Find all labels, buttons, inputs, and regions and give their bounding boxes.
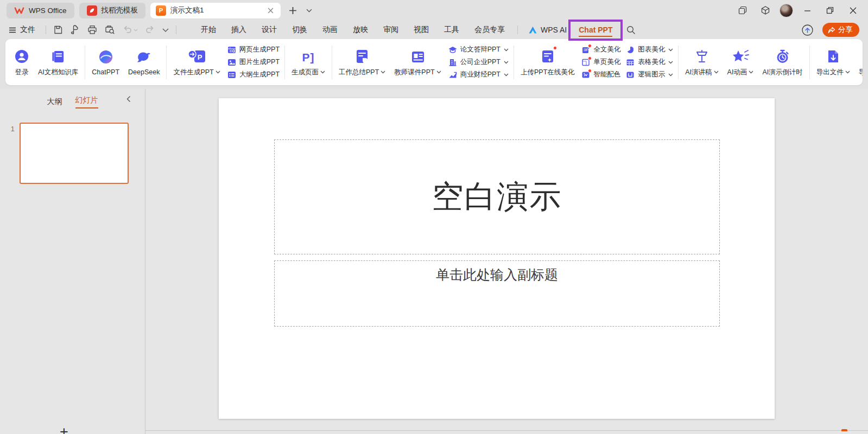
red-dot-badge [588,69,592,73]
work-summary-ppt-button[interactable]: 工作总结PPT [336,47,388,78]
cloud-upload-icon[interactable] [801,24,814,36]
upload-ppt-beautify-button[interactable]: 上传PPT在线美化 [518,47,577,78]
print-preview-button[interactable] [105,25,115,35]
ai-speech-button[interactable]: AI演讲稿 [682,47,721,78]
tab-home[interactable]: 开始 [193,22,224,37]
thesis-defense-ppt-button[interactable]: 论文答辩PPT [448,45,509,55]
chart-beautify-button[interactable]: 图表美化 [626,45,673,55]
multi-window-icon[interactable] [734,2,751,18]
slide-panel-tabs: 大纲 幻灯片 [0,89,145,108]
file-menu[interactable]: 文件 [9,25,35,35]
table-beautify-button[interactable]: 表格美化 [626,58,673,67]
group-generate-page: P] 生成页面 [285,47,332,78]
teacher-courseware-label: 教师课件PPT [394,68,441,77]
subtitle-placeholder[interactable]: 单击此处输入副标题 [274,260,720,327]
tab-wps-ai[interactable]: WPS AI [523,23,572,37]
work-summary-icon [355,48,369,64]
restore-button[interactable] [821,2,839,18]
single-page-beautify-button[interactable]: 单页美化 [581,58,620,67]
ribbon-tabs: 开始 插入 设计 切换 动画 放映 审阅 视图 工具 会员专享 [193,22,512,37]
editing-canvas: 空白演示 单击此处输入副标题 [145,89,868,434]
add-slide-button[interactable]: + [60,425,68,434]
presentation-file-icon: P [156,5,166,16]
tab-chat-ppt[interactable]: Chat PPT [572,23,619,36]
share-button[interactable]: 分享 [822,23,859,37]
generate-page-button[interactable]: P] 生成页面 [289,47,328,78]
new-tab-button[interactable] [286,3,300,17]
export-file-button[interactable]: 导出文件 [814,47,853,78]
redo-button[interactable] [145,25,155,34]
user-avatar[interactable] [780,4,793,17]
ai-doc-library-button[interactable]: AI文档知识库 [35,47,81,78]
title-placeholder[interactable]: 空白演示 [274,139,720,254]
business-finance-ppt-button[interactable]: 商业财经PPT [448,70,509,80]
customize-toolbar-chevron-icon[interactable] [162,28,169,32]
login-button[interactable]: 登录 [11,47,32,78]
stopwatch-icon [775,48,790,64]
chatppt-button[interactable]: ChatPPT [89,47,122,77]
web-to-ppt-label: 网页生成PPT [239,45,280,54]
logic-diagram-button[interactable]: 逻辑图示 [626,70,673,80]
generate-page-label: 生成页面 [292,68,325,77]
pie-chart-icon [626,46,635,54]
tab-view[interactable]: 视图 [406,22,436,37]
red-dot-badge [588,56,592,60]
outline-to-ppt-button[interactable]: 大纲生成PPT [227,70,280,80]
chevron-down-icon [845,71,850,74]
tab-animation[interactable]: 动画 [315,22,345,37]
file-to-ppt-button[interactable]: P 文件生成PPT [170,47,223,78]
group-ai-assistants: ChatPPT DeepSeek [85,47,166,77]
print-button[interactable] [87,25,97,35]
tab-insert[interactable]: 插入 [224,22,254,37]
graduation-cap-icon [448,46,457,54]
tab-design[interactable]: 设计 [254,22,284,37]
smart-color-button[interactable]: 智能配色 [581,70,620,80]
group-account: 登录 AI文档知识库 [8,47,85,78]
deepseek-label: DeepSeek [128,68,160,76]
slide-canvas[interactable]: 空白演示 单击此处输入副标题 [219,98,775,419]
company-enterprise-ppt-button[interactable]: 公司企业PPT [448,58,509,67]
web-to-ppt-button[interactable]: 网页生成PPT [227,45,280,55]
chevron-down-icon [504,73,509,76]
output-pdf-button[interactable] [71,25,80,35]
business-finance-label: 商业财经PPT [460,70,500,79]
tab-list-chevron-icon[interactable] [302,3,316,17]
ai-animation-button[interactable]: AI动画 [725,47,757,78]
collapse-panel-chevron-icon[interactable] [126,95,131,103]
tab-transition[interactable]: 切换 [284,22,315,37]
tab-tools[interactable]: 工具 [436,22,467,37]
tab-slideshow[interactable]: 放映 [345,22,376,37]
cube-icon[interactable] [757,2,774,18]
chevron-down-icon [320,71,325,74]
subtitle-prompt-text: 单击此处输入副标题 [436,266,558,326]
tab-docer-templates[interactable]: 找稻壳模板 [79,3,146,18]
undo-button[interactable] [123,25,138,34]
close-tab-icon[interactable] [265,5,275,15]
close-window-button[interactable] [844,2,861,18]
tab-outline-view[interactable]: 大纲 [47,97,62,107]
file-to-ppt-icon: P [188,48,206,64]
teacher-courseware-ppt-button[interactable]: 教师课件PPT [391,47,443,78]
minimize-button[interactable] [799,2,816,18]
tab-slides-view[interactable]: 幻灯片 [75,95,98,108]
slide-thumbnail[interactable] [20,123,129,184]
full-text-beautify-label: 全文美化 [593,45,620,54]
ai-countdown-button[interactable]: AI演示倒计时 [759,47,805,78]
deepseek-button[interactable]: DeepSeek [125,47,162,77]
tab-member[interactable]: 会员专享 [467,22,512,37]
tab-review[interactable]: 审阅 [376,22,406,37]
save-button[interactable] [53,25,63,35]
slide-title: 空白演示 [432,176,562,218]
tab-wps-office[interactable]: WPS Office [7,3,74,18]
notes-splitter[interactable] [145,430,868,431]
workspace: 大纲 幻灯片 1 + 空白演示 单击此处输入副标题 [0,89,868,434]
full-text-beautify-button[interactable]: 全文美化 [581,45,620,55]
chevron-down-icon [216,71,220,74]
search-icon[interactable] [626,25,636,35]
chatppt-logo-icon [98,48,113,65]
export-web-button[interactable]: 导出为网页 [856,47,863,78]
image-to-ppt-button[interactable]: 图片生成PPT [227,58,280,67]
company-enterprise-label: 公司企业PPT [460,58,500,67]
tab-document[interactable]: P 演示文稿1 [150,3,281,18]
ai-animation-label: AI动画 [727,68,754,77]
